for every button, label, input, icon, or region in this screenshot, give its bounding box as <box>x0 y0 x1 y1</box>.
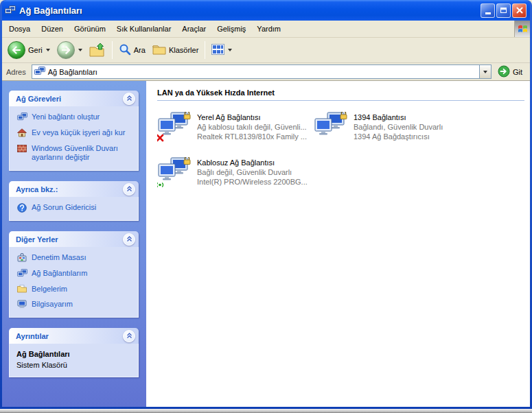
address-combo[interactable]: Ağ Bağlantıları <box>32 64 491 79</box>
computer-icon <box>16 300 27 308</box>
window-title: Ağ Bağlantıları <box>19 5 82 16</box>
menu-bar: Dosya Düzen Görünüm Sık Kullanılanlar Ar… <box>2 21 530 38</box>
lock-firewall-icon <box>183 112 192 120</box>
address-bar: Adres Ağ Bağlantıları <box>2 63 530 81</box>
menu-gorunum[interactable]: Görünüm <box>69 22 111 36</box>
pane-details: Ayrıntılar Ağ Bağlantıları Sistem Klasör… <box>9 328 139 377</box>
title-bar[interactable]: Ağ Bağlantıları <box>2 0 530 21</box>
pane-header-see-also[interactable]: Ayrıca bkz.: <box>9 181 139 197</box>
sidebar-item-change-firewall-settings[interactable]: Windows Güvenlik Duvarı ayarlarını değiş… <box>16 144 134 163</box>
collapse-chevron-icon[interactable] <box>123 233 135 246</box>
views-dropdown-arrow-icon[interactable] <box>228 49 232 51</box>
firewall-icon <box>16 144 27 153</box>
close-button[interactable] <box>512 3 527 18</box>
connection-list: Yerel Ağ Bağlantısı Ağ kablosu takılı de… <box>157 112 526 196</box>
go-button[interactable]: Git <box>496 64 527 80</box>
folders-icon <box>152 44 166 56</box>
network-connection-icon <box>157 112 192 142</box>
address-value[interactable]: Ağ Bağlantıları <box>45 68 479 76</box>
connection-device: Realtek RTL8139/810x Family ... <box>197 132 307 141</box>
forward-dropdown-arrow-icon[interactable] <box>78 49 82 51</box>
sidebar-item-my-computer[interactable]: Bilgisayarım <box>16 300 134 309</box>
pane-title: Ayrıntılar <box>16 332 49 340</box>
address-label: Adres <box>5 68 27 76</box>
search-button[interactable]: Ara <box>116 41 148 59</box>
connection-item-1394[interactable]: 1394 Bağlantısı Bağlandı, Güvenlik Duvar… <box>314 112 470 150</box>
menu-sik-kullanilanlar[interactable]: Sık Kullanılanlar <box>111 22 177 36</box>
folders-button[interactable]: Klasörler <box>150 42 201 58</box>
toolbar-separator <box>205 41 205 59</box>
details-subtitle: Sistem Klasörü <box>16 361 134 369</box>
sidebar-item-label: Ev veya küçük işyeri ağı kur <box>32 128 125 138</box>
back-dropdown-arrow-icon[interactable] <box>46 49 50 51</box>
sidebar-item-my-documents[interactable]: Belgelerim <box>16 285 134 294</box>
content-area: LAN ya da Yüksek Hızda Internet <box>146 81 530 407</box>
network-connections-window: Ağ Bağlantıları Dosya Düzen Görünüm Sık … <box>0 0 532 409</box>
screen: Ağ Bağlantıları Dosya Düzen Görünüm Sık … <box>0 0 532 413</box>
pane-header-network-tasks[interactable]: Ağ Görevleri <box>9 91 139 106</box>
network-connection-icon <box>157 157 192 187</box>
group-divider <box>157 100 524 101</box>
pane-title: Diğer Yerler <box>16 235 58 244</box>
views-button[interactable] <box>209 42 235 58</box>
maximize-button[interactable] <box>496 3 511 18</box>
sidebar-item-label: Denetim Masası <box>32 253 86 263</box>
connection-status: Bağlandı, Güvenlik Duvarlı <box>354 122 443 132</box>
sidebar-item-create-connection[interactable]: Yeni bağlantı oluştur <box>16 113 134 122</box>
forward-button[interactable] <box>54 39 85 61</box>
chevron-down-icon <box>483 71 487 73</box>
pane-header-details[interactable]: Ayrıntılar <box>9 328 139 344</box>
back-button[interactable]: Geri <box>5 39 53 61</box>
network-places-icon <box>16 269 27 277</box>
up-button[interactable] <box>86 40 108 60</box>
go-label: Git <box>513 68 522 76</box>
sidebar-item-control-panel[interactable]: Denetim Masası <box>16 253 134 263</box>
sidebar-item-label: Bilgisayarım <box>32 300 73 309</box>
collapse-chevron-icon[interactable] <box>123 183 135 196</box>
pane-title: Ayrıca bkz.: <box>16 185 58 193</box>
connection-name: Yerel Ağ Bağlantısı <box>197 113 307 122</box>
menu-yardim[interactable]: Yardım <box>251 22 286 36</box>
toolbar-separator <box>112 41 113 59</box>
windows-logo-icon <box>514 21 530 37</box>
sidebar-item-setup-home-network[interactable]: Ev veya küçük işyeri ağı kur <box>16 128 134 138</box>
collapse-chevron-icon[interactable] <box>123 330 135 342</box>
sidebar: Ağ Görevleri <box>2 81 146 407</box>
connection-device: Intel(R) PRO/Wireless 2200BG... <box>197 177 308 187</box>
sidebar-item-my-network-places[interactable]: Ağ Bağlantılarım <box>16 269 134 279</box>
pane-header-other-places[interactable]: Diğer Yerler <box>9 231 139 247</box>
connection-item-lan[interactable]: Yerel Ağ Bağlantısı Ağ kablosu takılı de… <box>157 112 314 150</box>
sidebar-item-label: Ağ Bağlantılarım <box>32 269 87 279</box>
menu-dosya[interactable]: Dosya <box>3 22 36 36</box>
pane-title: Ağ Görevleri <box>16 95 61 103</box>
sidebar-item-label: Yeni bağlantı oluştur <box>32 113 100 122</box>
sidebar-item-network-troubleshooter[interactable]: Ağ Sorun Gidericisi <box>16 203 134 213</box>
home-network-icon <box>16 128 27 137</box>
troubleshooter-help-icon <box>16 203 27 213</box>
folders-label: Klasörler <box>169 46 198 54</box>
connection-name: 1394 Bağlantısı <box>354 113 443 122</box>
window-icon[interactable] <box>5 5 16 16</box>
new-connection-icon <box>16 113 27 121</box>
back-icon <box>8 41 25 59</box>
menu-duzen[interactable]: Düzen <box>36 22 69 36</box>
minimize-button[interactable] <box>481 3 495 18</box>
menu-araclar[interactable]: Araçlar <box>176 22 211 36</box>
connection-device: 1394 Ağ Bağdaştırıcısı <box>354 132 443 141</box>
connection-status: Bağlı değil, Güvenlik Duvarlı <box>197 167 308 177</box>
lock-firewall-icon <box>339 112 348 120</box>
search-icon <box>119 43 131 57</box>
sidebar-item-label: Belgelerim <box>32 285 67 294</box>
connection-item-wireless[interactable]: Kablosuz Ağ Bağlantısı Bağlı değil, Güve… <box>157 157 314 196</box>
documents-folder-icon <box>16 285 27 293</box>
pane-other-places: Diğer Yerler <box>9 231 139 318</box>
wireless-signal-icon <box>157 179 165 188</box>
toolbar: Geri <box>2 38 530 63</box>
sidebar-item-label: Ağ Sorun Gidericisi <box>32 203 96 213</box>
desktop-strip <box>0 409 532 413</box>
menu-gelismis[interactable]: Gelişmiş <box>211 22 251 36</box>
forward-icon <box>57 41 75 59</box>
collapse-chevron-icon[interactable] <box>123 93 135 105</box>
address-dropdown-button[interactable] <box>479 65 491 78</box>
disconnected-x-icon <box>157 134 164 142</box>
